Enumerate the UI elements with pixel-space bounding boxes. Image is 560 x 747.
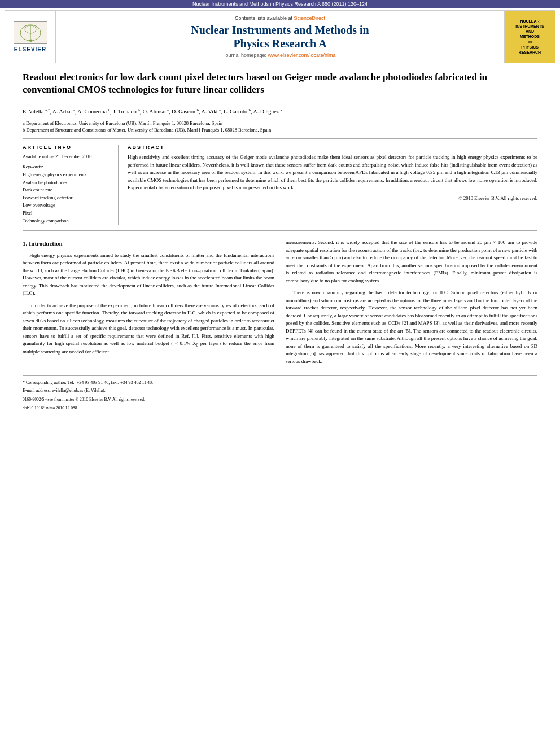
elsevier-wordmark: ELSEVIER bbox=[14, 46, 47, 53]
authors-text: E. Vilella a,*, A. Arbat a, A. Comerma b… bbox=[23, 108, 282, 115]
available-online: Available online 21 December 2010 bbox=[23, 154, 112, 159]
body-column-left: 1. Introduction High energy physics expe… bbox=[23, 239, 274, 370]
article-info-header: ARTICLE INFO bbox=[23, 145, 112, 150]
article-info-abstract: ARTICLE INFO Available online 21 Decembe… bbox=[23, 145, 537, 231]
footnote-doi: doi:10.1016/j.nima.2010.12.088 bbox=[23, 405, 537, 411]
journal-homepage-link[interactable]: www.elsevier.com/locate/nima bbox=[268, 53, 336, 58]
body-column-right: measurements. Second, it is widely accep… bbox=[286, 239, 537, 370]
footnote-corresponding: * Corresponding author. Tel.: +34 93 403… bbox=[23, 379, 537, 386]
copyright-notice: © 2010 Elsevier B.V. All rights reserved… bbox=[128, 195, 537, 201]
journal-title: Nuclear Instruments and Methods in Physi… bbox=[62, 23, 498, 50]
body-content: 1. Introduction High energy physics expe… bbox=[23, 239, 537, 370]
keywords-label: Keywords: bbox=[23, 164, 112, 169]
sciencedirect-label: Contents lists available at ScienceDirec… bbox=[62, 15, 498, 21]
intro-para-1: High energy physics experiments aimed to… bbox=[23, 252, 274, 298]
abstract-text: High sensitivity and excellent timing ac… bbox=[128, 154, 537, 192]
affiliation-a: a Department of Electronics, University … bbox=[23, 120, 537, 127]
article-title: Readout electronics for low dark count p… bbox=[23, 71, 537, 101]
intro-para-4: There is now unanimity regarding the bas… bbox=[286, 289, 537, 365]
footnote-issn: 0168-9002/$ - see front matter © 2010 El… bbox=[23, 396, 537, 403]
journal-homepage: journal homepage: www.elsevier.com/locat… bbox=[62, 53, 498, 58]
affiliations: a Department of Electronics, University … bbox=[23, 120, 537, 139]
authors-line: E. Vilella a,*, A. Arbat a, A. Comerma b… bbox=[23, 107, 537, 116]
intro-para-3: measurements. Second, it is widely accep… bbox=[286, 239, 537, 285]
keyword-2: Avalanche photodiodes bbox=[23, 179, 112, 187]
journal-header: 🌿 ELSEVIER Contents lists available at S… bbox=[5, 10, 555, 63]
journal-header-right: NUCLEARINSTRUMENTSANDMETHODSINPHYSICSRES… bbox=[504, 11, 555, 63]
affiliation-b: b Department of Structure and Constituen… bbox=[23, 126, 537, 134]
keywords-list: High energy physics experiments Avalanch… bbox=[23, 171, 112, 225]
elsevier-tree-logo: 🌿 bbox=[14, 21, 47, 44]
section-1-title: 1. Introduction bbox=[23, 239, 274, 248]
article-info-column: ARTICLE INFO Available online 21 Decembe… bbox=[23, 145, 119, 225]
keyword-1: High energy physics experiments bbox=[23, 171, 112, 179]
keyword-7: Technology comparison. bbox=[23, 217, 112, 225]
sciencedirect-link[interactable]: ScienceDirect bbox=[294, 15, 326, 21]
footnote-area: * Corresponding author. Tel.: +34 93 403… bbox=[23, 375, 537, 412]
journal-header-left: 🌿 ELSEVIER bbox=[5, 11, 56, 63]
footnote-email: E-mail address: evilella@el.ub.es (E. Vi… bbox=[23, 387, 537, 394]
elsevier-logo: 🌿 ELSEVIER bbox=[14, 21, 47, 53]
intro-para-2: In order to achieve the purpose of the e… bbox=[23, 302, 274, 356]
top-bar: Nuclear Instruments and Methods in Physi… bbox=[0, 0, 560, 8]
keyword-3: Dark count rate bbox=[23, 186, 112, 194]
svg-text:🌿: 🌿 bbox=[29, 39, 33, 43]
journal-badge: NUCLEARINSTRUMENTSANDMETHODSINPHYSICSRES… bbox=[515, 19, 544, 55]
keyword-4: Forward tracking detector bbox=[23, 194, 112, 202]
abstract-header: ABSTRACT bbox=[128, 145, 537, 150]
journal-header-center: Contents lists available at ScienceDirec… bbox=[56, 11, 504, 63]
keyword-6: Pixel bbox=[23, 209, 112, 217]
keyword-5: Low overvoltage bbox=[23, 202, 112, 209]
journal-citation: Nuclear Instruments and Methods in Physi… bbox=[193, 1, 368, 7]
abstract-column: ABSTRACT High sensitivity and excellent … bbox=[128, 145, 537, 225]
main-content: Readout electronics for low dark count p… bbox=[0, 65, 560, 417]
